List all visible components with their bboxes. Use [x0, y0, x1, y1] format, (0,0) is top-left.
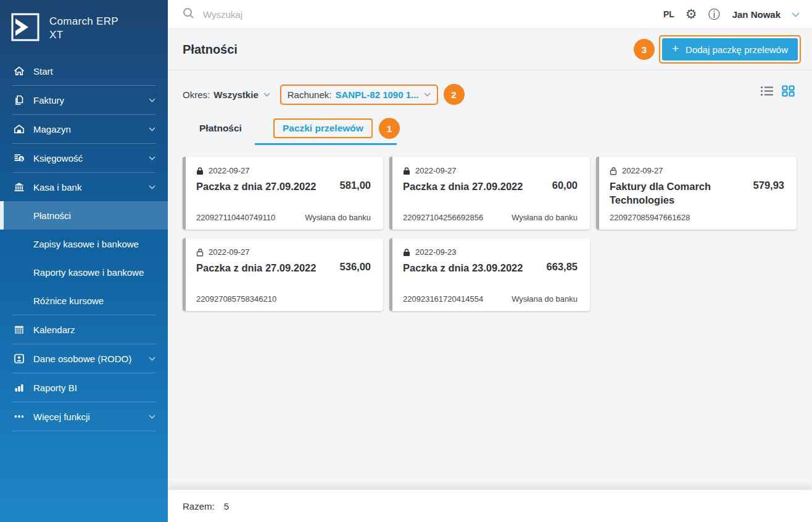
sidebar-item-kasa-i-bank[interactable]: Kasa i bank: [0, 173, 168, 201]
plus-icon: +: [672, 42, 679, 56]
page-title: Płatności: [183, 43, 238, 57]
card-date: 2022-09-23: [415, 247, 457, 257]
search-input[interactable]: [202, 9, 461, 20]
sidebar-subitem-label: Płatności: [33, 210, 71, 221]
card-amount: 536,00: [340, 261, 371, 273]
sidebar-item-dane-osobowe[interactable]: Dane osobowe (RODO): [0, 344, 168, 373]
sidebar-subitem-label: Zapisy kasowe i bankowe: [33, 239, 139, 249]
period-filter-label: Okres:: [183, 89, 210, 100]
sidebar-item-raporty-kasowe[interactable]: Raporty kasowe i bankowe: [0, 258, 168, 286]
account-filter-dropdown[interactable]: Rachunek: SANPL-82 1090 1...: [280, 85, 438, 105]
accounting-icon: $: [12, 152, 25, 164]
gear-icon[interactable]: ⚙: [686, 8, 697, 21]
invoice-icon: [12, 94, 25, 106]
chevron-down-icon: [149, 415, 155, 419]
comarch-logo-icon: [11, 13, 39, 44]
account-filter-label: Rachunek:: [288, 89, 332, 100]
transfer-package-card[interactable]: 2022-09-27 Paczka z dnia 27.09.2022 60,0…: [389, 157, 590, 230]
chevron-down-icon[interactable]: [792, 9, 800, 20]
sidebar-item-ksiegowosc[interactable]: $ Księgowość: [0, 144, 168, 172]
sidebar-divider: [12, 431, 155, 431]
app-logo[interactable]: Comarch ERPXT: [0, 0, 168, 57]
transfer-package-card[interactable]: 2022-09-23 Paczka z dnia 23.09.2022 663,…: [389, 238, 590, 311]
warehouse-icon: [12, 123, 25, 135]
sidebar-item-magazyn[interactable]: Magazyn: [0, 115, 168, 143]
sidebar: Comarch ERPXT Start Faktury Magazyn $ Ks…: [0, 0, 168, 522]
sidebar-item-label: Kasa i bank: [33, 182, 81, 193]
sidebar-item-label: Księgowość: [33, 153, 83, 164]
sidebar-item-label: Kalendarz: [33, 325, 75, 335]
card-status: Wysłana do banku: [512, 294, 578, 304]
card-amount: 581,00: [340, 180, 371, 191]
grid-view-icon[interactable]: [782, 85, 795, 97]
lock-icon: [403, 167, 410, 175]
card-date: 2022-09-27: [622, 166, 663, 175]
page-header: Płatności 3 + Dodaj paczkę przelewów: [168, 29, 812, 70]
period-filter-dropdown[interactable]: Okres: Wszystkie: [183, 89, 270, 100]
card-title: Faktury dla Comarch Technologies: [610, 180, 730, 207]
main-content: Okres: Wszystkie Rachunek: SANPL-82 1090…: [168, 70, 812, 490]
card-date: 2022-09-27: [209, 166, 250, 175]
app-title: Comarch ERPXT: [49, 15, 118, 42]
footer-bar: Razem: 5: [168, 490, 812, 522]
ellipsis-icon: [12, 410, 25, 423]
chevron-down-icon: [263, 93, 270, 97]
tabs: Płatności Paczki przelewów 1: [183, 118, 797, 139]
chevron-down-icon: [149, 357, 155, 361]
account-filter-value: SANPL-82 1090 1...: [335, 89, 418, 100]
unlock-icon: [610, 167, 617, 175]
sidebar-item-platnosci[interactable]: Płatności: [0, 201, 168, 230]
bank-icon: [12, 181, 25, 193]
transfer-package-card[interactable]: 2022-09-27 Faktury dla Comarch Technolog…: [596, 157, 797, 230]
sidebar-item-kalendarz[interactable]: Kalendarz: [0, 315, 168, 344]
sidebar-item-label: Start: [33, 66, 53, 77]
card-id: 220923161720414554: [403, 294, 483, 304]
transfer-package-card[interactable]: 2022-09-27 Paczka z dnia 27.09.2022 581,…: [183, 157, 383, 230]
bar-chart-icon: [12, 381, 25, 394]
chevron-down-icon: [149, 156, 155, 160]
transfer-package-card[interactable]: 2022-09-27 Paczka z dnia 27.09.2022 536,…: [183, 238, 383, 311]
sidebar-item-label: Magazyn: [33, 124, 71, 135]
card-id: 220927110440749110: [196, 213, 275, 222]
total-value: 5: [224, 501, 229, 512]
sidebar-item-faktury[interactable]: Faktury: [0, 86, 168, 114]
sidebar-item-roznice-kursowe[interactable]: Różnice kursowe: [0, 286, 168, 315]
sidebar-subitem-label: Różnice kursowe: [33, 296, 104, 306]
search-icon[interactable]: [183, 7, 194, 22]
sidebar-item-label: Raporty BI: [33, 383, 77, 393]
card-id: 220927085758346210: [196, 294, 276, 304]
card-id: 220927104256692856: [403, 213, 483, 222]
info-icon[interactable]: ⓘ: [708, 9, 720, 20]
card-status: Wysłana do banku: [305, 213, 371, 222]
card-title: Paczka z dnia 27.09.2022: [196, 180, 316, 193]
add-transfer-package-button[interactable]: + Dodaj paczkę przelewów: [662, 38, 798, 60]
card-date: 2022-09-27: [209, 247, 250, 257]
sidebar-item-start[interactable]: Start: [0, 57, 168, 85]
annotation-box-add-button: + Dodaj paczkę przelewów: [659, 35, 801, 64]
sidebar-item-wiecej-funkcji[interactable]: Więcej funkcji: [0, 402, 168, 431]
annotation-step-1: 1: [379, 118, 400, 139]
list-view-icon[interactable]: [760, 85, 774, 97]
user-menu[interactable]: Jan Nowak: [732, 9, 781, 20]
chevron-down-icon: [149, 98, 155, 102]
tab-platnosci[interactable]: Płatności: [199, 123, 242, 134]
card-title: Paczka z dnia 23.09.2022: [403, 261, 523, 275]
filters-row: Okres: Wszystkie Rachunek: SANPL-82 1090…: [183, 84, 797, 105]
tab-paczki-przelewow[interactable]: Paczki przelewów: [273, 118, 373, 138]
annotation-step-2: 2: [444, 84, 465, 105]
sidebar-item-label: Dane osobowe (RODO): [33, 354, 131, 364]
sidebar-item-label: Więcej funkcji: [33, 412, 90, 422]
period-filter-value: Wszystkie: [213, 89, 259, 100]
calendar-icon: [12, 323, 25, 336]
annotation-step-3: 3: [634, 39, 655, 60]
package-cards-grid: 2022-09-27 Paczka z dnia 27.09.2022 581,…: [183, 157, 797, 311]
card-date: 2022-09-27: [415, 166, 457, 175]
language-selector[interactable]: PL: [663, 9, 674, 19]
sidebar-item-zapisy-kasowe[interactable]: Zapisy kasowe i bankowe: [0, 230, 168, 258]
card-id: 220927085947661628: [610, 213, 690, 222]
person-badge-icon: [12, 352, 25, 365]
unlock-icon: [196, 248, 204, 257]
sidebar-item-raporty-bi[interactable]: Raporty BI: [0, 373, 168, 402]
lock-icon: [196, 167, 204, 175]
svg-text:$: $: [20, 157, 23, 162]
